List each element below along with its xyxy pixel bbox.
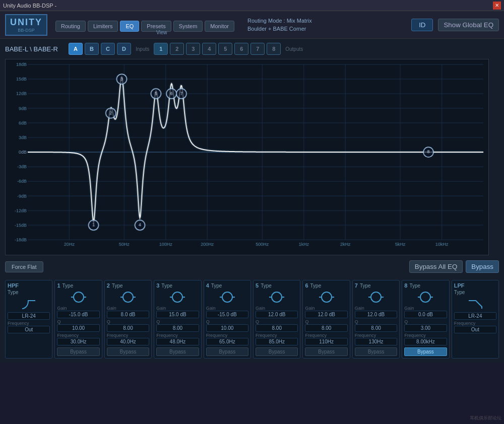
lpf-icon-svg — [467, 297, 484, 311]
nav-buttons: RoutingLimitersEQPresetsSystemMonitor — [55, 18, 234, 32]
freq-value: 40.0Hz — [107, 338, 149, 345]
q-value: 8.00 — [305, 324, 347, 332]
eq-band-4: 4 Type Gain -15.0 dB Q 10.00 Frequency 6… — [204, 280, 251, 359]
freq-label: Frequency — [57, 333, 79, 338]
view-label: View — [156, 30, 167, 35]
nav-btn-system[interactable]: System — [173, 21, 203, 32]
force-flat-button[interactable]: Force Flat — [5, 261, 43, 272]
gain-label: Gain — [107, 306, 116, 311]
routing-line2: Boulder + BABE Corner — [247, 25, 312, 33]
band-bypass-btn[interactable]: Bypass — [57, 347, 99, 356]
q-param: Q 3.00 — [404, 319, 447, 332]
eq-bands: HPF Type LR-24 Frequency Out 1 Type Gain… — [5, 278, 499, 361]
band-bypass-btn[interactable]: Bypass — [355, 347, 397, 356]
output-btn-5[interactable]: 5 — [218, 43, 232, 55]
band-freq-param: Frequency Out — [454, 321, 496, 333]
show-global-button[interactable]: Show Global EQ — [438, 19, 499, 31]
output-btn-4[interactable]: 4 — [202, 43, 216, 55]
output-btn-2[interactable]: 2 — [170, 43, 184, 55]
band-icon-bell — [416, 290, 434, 305]
bell-icon-svg — [318, 290, 335, 304]
eq-band-lpf: LPF Type LR-24 Frequency Out — [452, 280, 499, 359]
titlebar: Unity Audio BB-DSP - ✕ — [0, 0, 504, 11]
band-bypass-btn[interactable]: Bypass — [206, 347, 248, 356]
gain-param: Gain 12.0 dB — [355, 306, 397, 318]
eq-band-3: 3 Type Gain 15.0 dB Q 8.00 Frequency 48.… — [154, 280, 201, 359]
gain-label: Gain — [156, 306, 166, 311]
band-header: 1 Type — [57, 282, 99, 289]
band-icon-bell — [218, 290, 236, 305]
controls-row: Force Flat Bypass All EQ Bypass — [5, 258, 499, 275]
nav-btn-monitor[interactable]: Monitor — [205, 21, 234, 32]
freq-value: 65.0Hz — [206, 338, 248, 345]
eq-band-hpf: HPF Type LR-24 Frequency Out — [5, 280, 52, 359]
svg-point-21 — [420, 292, 430, 302]
output-btn-3[interactable]: 3 — [186, 43, 200, 55]
freq-param: Frequency 85.0Hz — [256, 333, 298, 345]
q-label: Q — [156, 319, 160, 324]
id-button[interactable]: ID — [411, 19, 433, 31]
band-id: LPF — [454, 282, 465, 289]
watermark: 耳机俱乐部论坛 — [470, 415, 501, 421]
output-btn-7[interactable]: 7 — [250, 43, 265, 55]
band-type: Type — [211, 283, 222, 289]
band-id: 4 — [206, 282, 209, 289]
band-bypass-btn[interactable]: Bypass — [404, 347, 447, 356]
eq-band-5: 5 Type Gain 12.0 dB Q 8.00 Frequency 85.… — [253, 280, 300, 359]
bypass-button[interactable]: Bypass — [466, 260, 499, 273]
band-icon-bell — [268, 290, 286, 305]
nav-btn-eq[interactable]: EQ — [120, 21, 139, 32]
band-id: 3 — [156, 282, 159, 289]
eq-canvas — [6, 59, 488, 255]
output-btn-8[interactable]: 8 — [267, 43, 281, 55]
gain-param: Gain 0.0 dB — [404, 306, 447, 318]
output-btn-1[interactable]: 1 — [154, 43, 168, 55]
freq-label: Frequency — [305, 333, 327, 338]
close-button[interactable]: ✕ — [493, 2, 501, 10]
freq-param: Frequency 40.0Hz — [107, 333, 149, 345]
routing-line1: Routing Mode : Mix Matrix — [247, 17, 312, 25]
band-id: 8 — [404, 282, 407, 289]
band-type: Type — [112, 283, 123, 289]
band-header: 8 Type — [404, 282, 447, 289]
freq-value: 30.0Hz — [57, 338, 99, 345]
freq-param: Frequency 8.00kHz — [404, 333, 447, 345]
band-header: 2 Type — [107, 282, 149, 289]
freq-value: Out — [8, 326, 50, 333]
gain-label: Gain — [355, 306, 364, 311]
q-param: Q 8.00 — [256, 319, 298, 332]
freq-param: Frequency 110Hz — [305, 333, 347, 345]
gain-param: Gain 8.0 dB — [107, 306, 149, 318]
eq-band-1: 1 Type Gain -15.0 dB Q 10.00 Frequency 3… — [54, 280, 102, 359]
bell-icon-svg — [219, 290, 236, 304]
band-bypass-btn[interactable]: Bypass — [156, 347, 199, 356]
bypass-all-button[interactable]: Bypass All EQ — [409, 260, 463, 273]
freq-value: Out — [454, 326, 496, 333]
freq-label: Frequency — [8, 321, 29, 326]
band-id: 2 — [107, 282, 110, 289]
band-id: 7 — [355, 282, 358, 289]
bell-icon-svg — [70, 290, 87, 304]
band-id: 5 — [256, 282, 259, 289]
band-bypass-btn[interactable]: Bypass — [305, 347, 347, 356]
input-btn-d[interactable]: D — [117, 43, 131, 55]
input-btn-c[interactable]: C — [101, 43, 115, 55]
output-btn-6[interactable]: 6 — [234, 43, 248, 55]
band-freq-param: Frequency Out — [8, 321, 50, 333]
eq-graph[interactable] — [5, 59, 489, 255]
nav-btn-limiters[interactable]: Limiters — [88, 21, 118, 32]
input-btn-a[interactable]: A — [69, 43, 83, 55]
eq-band-6: 6 Type Gain 12.0 dB Q 8.00 Frequency 110… — [302, 280, 350, 359]
q-value: 10.00 — [57, 324, 99, 332]
topnav: UNITY BB-DSP RoutingLimitersEQPresetsSys… — [0, 11, 504, 39]
band-icon-bell — [70, 290, 88, 305]
channel-row: BABE-L \ BABE-R ABCD Inputs 12345678 Out… — [5, 43, 499, 55]
nav-btn-routing[interactable]: Routing — [55, 21, 86, 32]
freq-value: 8.00kHz — [404, 338, 447, 345]
band-bypass-btn[interactable]: Bypass — [107, 347, 149, 356]
freq-value: 85.0Hz — [256, 338, 298, 345]
freq-label: Frequency — [156, 333, 178, 338]
gain-value: 12.0 dB — [305, 311, 347, 318]
band-bypass-btn[interactable]: Bypass — [256, 347, 298, 356]
input-btn-b[interactable]: B — [85, 43, 99, 55]
